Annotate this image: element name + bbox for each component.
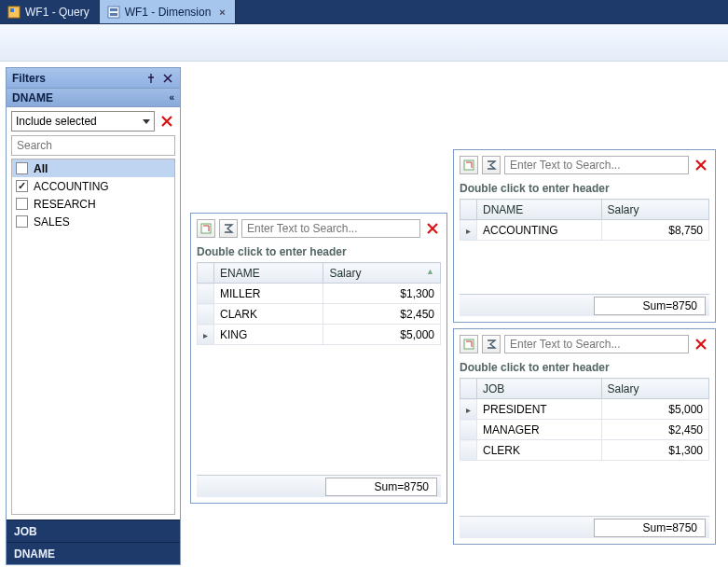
cell-job: MANAGER bbox=[477, 420, 602, 440]
table-row[interactable]: KING$5,000 bbox=[198, 325, 441, 345]
grid-search-input[interactable] bbox=[242, 220, 419, 237]
row-indicator-header bbox=[460, 379, 477, 399]
filter-item-accounting[interactable]: ACCOUNTING bbox=[12, 177, 174, 195]
row-indicator bbox=[460, 399, 477, 420]
filter-field-header[interactable]: DNAME « bbox=[7, 89, 180, 107]
col-job[interactable]: JOB bbox=[477, 379, 602, 399]
grid-search[interactable] bbox=[241, 219, 420, 238]
cell-salary: $1,300 bbox=[323, 284, 441, 304]
cell-salary: $2,450 bbox=[323, 304, 441, 325]
svg-rect-1 bbox=[10, 8, 14, 12]
refresh-button[interactable] bbox=[197, 219, 215, 238]
checkbox[interactable] bbox=[16, 215, 28, 228]
query-icon bbox=[7, 6, 21, 19]
table-row[interactable]: ACCOUNTING$8,750 bbox=[460, 220, 709, 241]
col-label: ENAME bbox=[220, 267, 260, 280]
grid-footer: Sum=8750 bbox=[460, 516, 709, 538]
checkbox[interactable] bbox=[16, 180, 28, 192]
filter-tab-dname[interactable]: DNAME bbox=[7, 542, 180, 564]
filter-tab-label: DNAME bbox=[14, 547, 55, 561]
grid-table: JOB Salary PRESIDENT$5,000 MANAGER$2,450… bbox=[460, 378, 709, 461]
close-icon[interactable]: × bbox=[219, 7, 225, 18]
tab-label: WF1 - Dimension bbox=[125, 6, 212, 19]
refresh-button[interactable] bbox=[460, 335, 478, 353]
table-row[interactable]: PRESIDENT$5,000 bbox=[460, 399, 709, 420]
row-indicator bbox=[460, 440, 477, 461]
grid-table: DNAME Salary ACCOUNTING$8,750 bbox=[460, 199, 709, 241]
cell-ename: CLARK bbox=[214, 304, 323, 325]
sum-display: Sum=8750 bbox=[594, 519, 706, 537]
grid-search-input[interactable] bbox=[505, 336, 688, 353]
col-salary[interactable]: Salary▲ bbox=[323, 263, 441, 284]
collapse-icon[interactable]: « bbox=[169, 92, 174, 103]
filter-items-list: All ACCOUNTING RESEARCH SALES bbox=[11, 159, 175, 515]
row-indicator bbox=[198, 284, 214, 304]
tab-query[interactable]: WF1 - Query bbox=[0, 0, 100, 23]
svg-rect-2 bbox=[108, 7, 119, 18]
filter-search[interactable] bbox=[11, 135, 175, 156]
filter-search-input[interactable] bbox=[12, 136, 174, 155]
col-label: JOB bbox=[483, 382, 504, 395]
col-dname[interactable]: DNAME bbox=[477, 200, 602, 220]
row-indicator bbox=[198, 325, 214, 345]
cell-salary: $5,000 bbox=[323, 325, 441, 345]
filter-tab-job[interactable]: JOB bbox=[7, 520, 180, 542]
workspace: Filters DNAME « Include selected bbox=[0, 62, 728, 568]
table-row[interactable]: CLERK$1,300 bbox=[460, 440, 709, 461]
svg-rect-4 bbox=[110, 13, 117, 16]
checkbox[interactable] bbox=[16, 162, 28, 174]
svg-rect-3 bbox=[110, 8, 117, 11]
refresh-button[interactable] bbox=[460, 156, 478, 174]
col-salary[interactable]: Salary bbox=[601, 379, 709, 399]
cell-salary: $5,000 bbox=[601, 399, 709, 420]
mode-label: Include selected bbox=[16, 115, 97, 128]
field-name: DNAME bbox=[12, 91, 53, 104]
header-hint[interactable]: Double click to enter header bbox=[460, 182, 709, 195]
close-icon[interactable] bbox=[163, 73, 174, 84]
filter-tab-label: JOB bbox=[14, 525, 37, 538]
clear-button[interactable] bbox=[693, 336, 709, 353]
cell-dname: ACCOUNTING bbox=[477, 220, 602, 241]
filter-item-label: All bbox=[34, 162, 48, 175]
row-indicator-header bbox=[198, 263, 214, 284]
clear-button[interactable] bbox=[424, 220, 441, 237]
pin-icon[interactable] bbox=[146, 73, 158, 84]
filter-item-sales[interactable]: SALES bbox=[12, 213, 174, 230]
sum-display: Sum=8750 bbox=[594, 297, 706, 315]
grid-search[interactable] bbox=[504, 156, 689, 174]
filter-field-tabs: JOB DNAME bbox=[7, 520, 180, 564]
filters-panel: Filters DNAME « Include selected bbox=[6, 67, 181, 565]
filter-item-all[interactable]: All bbox=[12, 159, 174, 177]
sum-button[interactable] bbox=[482, 335, 501, 353]
clear-filter-button[interactable] bbox=[158, 113, 175, 130]
col-salary[interactable]: Salary bbox=[601, 200, 709, 220]
col-ename[interactable]: ENAME bbox=[214, 263, 323, 284]
clear-button[interactable] bbox=[693, 157, 709, 173]
table-row[interactable]: MANAGER$2,450 bbox=[460, 420, 709, 440]
checkbox[interactable] bbox=[16, 198, 28, 210]
filter-item-label: RESEARCH bbox=[34, 198, 96, 211]
chevron-down-icon bbox=[143, 119, 150, 124]
header-hint[interactable]: Double click to enter header bbox=[197, 245, 441, 258]
toolbar-strip bbox=[0, 24, 728, 62]
sum-button[interactable] bbox=[219, 219, 238, 238]
grid-footer: Sum=8750 bbox=[460, 294, 709, 316]
filter-item-research[interactable]: RESEARCH bbox=[12, 195, 174, 213]
grid-search-input[interactable] bbox=[505, 157, 688, 173]
sum-display: Sum=8750 bbox=[325, 478, 437, 496]
row-indicator bbox=[198, 304, 214, 325]
filters-title: Filters bbox=[12, 72, 46, 85]
grid-search[interactable] bbox=[504, 335, 689, 353]
table-row[interactable]: CLARK$2,450 bbox=[198, 304, 441, 325]
cell-ename: KING bbox=[214, 325, 323, 345]
filter-item-label: ACCOUNTING bbox=[34, 180, 109, 193]
tab-dimension[interactable]: WF1 - Dimension × bbox=[100, 0, 236, 23]
tabs-bar: WF1 - Query WF1 - Dimension × bbox=[0, 0, 728, 24]
cell-salary: $8,750 bbox=[601, 220, 709, 241]
mode-dropdown[interactable]: Include selected bbox=[11, 111, 155, 132]
header-hint[interactable]: Double click to enter header bbox=[460, 361, 709, 374]
table-row[interactable]: MILLER$1,300 bbox=[198, 284, 441, 304]
grid-table: ENAME Salary▲ MILLER$1,300 CLARK$2,450 K… bbox=[197, 262, 441, 345]
cell-salary: $1,300 bbox=[601, 440, 709, 461]
sum-button[interactable] bbox=[482, 156, 501, 174]
